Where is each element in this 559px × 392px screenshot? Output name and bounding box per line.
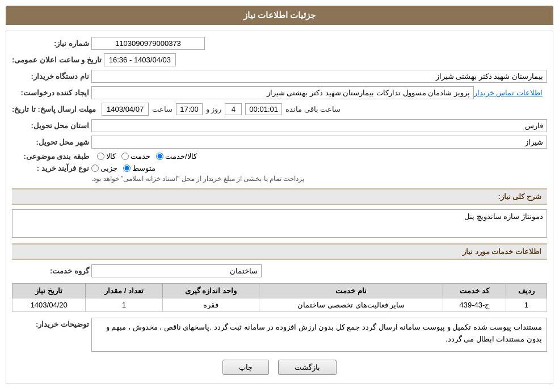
- shmare-niaz-row: شماره نیاز: 1103090979000373: [12, 37, 547, 50]
- motawaset-label: متوسط: [132, 164, 155, 172]
- announcement-value: 1403/04/03 - 16:36: [104, 53, 176, 66]
- shahr-row: شهر محل تحویل: شیراز: [12, 136, 547, 149]
- kala-khedmat-radio-label: کالا/خدمت: [165, 152, 197, 161]
- mohlat-label: مهلت ارسال پاسخ: تا تاریخ:: [12, 105, 98, 113]
- grohe-khadamat-value: ساختمان: [91, 264, 262, 277]
- shmare-niaz-label: شماره نیاز:: [12, 39, 91, 48]
- cell-kod: ج-43-439: [443, 298, 506, 312]
- radio-kala[interactable]: کالا: [97, 152, 116, 161]
- noe-farayand-content: جزیی متوسط پرداخت تمام یا بخشی از مبلغ خ…: [91, 164, 547, 183]
- khadamat-section-title: اطلاعات خدمات مورد نیاز: [463, 247, 541, 256]
- nam-dastgah-label: نام دستگاه خریدار:: [12, 72, 91, 81]
- ostan-value: فارس: [91, 119, 547, 132]
- nam-dastgah-value: بیمارستان شهید دکتر بهشتی شیراز: [91, 70, 547, 83]
- khadamat-section-header: اطلاعات خدمات مورد نیاز: [12, 243, 547, 260]
- radio-motawaset[interactable]: متوسط: [123, 164, 155, 172]
- saat-label: ساعت: [152, 105, 173, 113]
- sharh-row: دمونتاژ سازه ساندویچ پنل: [12, 209, 547, 238]
- radio-khedmat[interactable]: خدمت: [121, 152, 150, 161]
- noe-farayand-label: نوع فرآیند خرید :: [12, 164, 91, 172]
- col-vahed: واحد اندازه گیری: [162, 284, 259, 298]
- mande-value: 00:01:01: [245, 103, 282, 115]
- tawzihat-label: توضیحات خریدار:: [12, 320, 91, 328]
- jozei-label: جزیی: [100, 164, 117, 172]
- motawaset-radio-input[interactable]: [123, 165, 131, 172]
- table-row: 1ج-43-439سایر فعالیت‌های تخصصی ساختمانفق…: [12, 298, 547, 312]
- farayand-desc: پرداخت تمام یا بخشی از مبلغ خریدار از مح…: [91, 175, 547, 183]
- jozei-radio-input[interactable]: [91, 165, 99, 172]
- noe-farayand-row: نوع فرآیند خرید : جزیی متوسط پرداخت تمام…: [12, 164, 547, 183]
- shahr-label: شهر محل تحویل:: [12, 138, 91, 146]
- ijad-konande-label: ایجاد کننده درخواست:: [12, 88, 91, 97]
- tarikh-value: 1403/04/07: [102, 103, 149, 116]
- sharh-label: شرح کلی نیاز:: [498, 192, 541, 201]
- khedmat-radio-label: خدمت: [131, 152, 150, 161]
- mohlat-row: مهلت ارسال پاسخ: تا تاریخ: 1403/04/07 سا…: [12, 103, 547, 116]
- nam-dastgah-row: نام دستگاه خریدار: بیمارستان شهید دکتر ب…: [12, 70, 547, 83]
- chap-button[interactable]: چاپ: [222, 360, 269, 375]
- kala-radio-input[interactable]: [97, 153, 104, 160]
- sharh-value: دمونتاژ سازه ساندویچ پنل: [12, 209, 547, 238]
- shmare-niaz-value: 1103090979000373: [91, 37, 205, 50]
- rooz-label: روز و: [206, 105, 222, 113]
- bazgasht-button[interactable]: بازگشت: [278, 360, 337, 375]
- cell-name: سایر فعالیت‌های تخصصی ساختمان: [259, 298, 443, 312]
- kala-khedmat-radio-input[interactable]: [156, 153, 163, 160]
- khadamat-table: ردیف کد خدمت نام خدمت واحد اندازه گیری ت…: [12, 283, 547, 312]
- main-content: شماره نیاز: 1103090979000373 تاریخ و ساع…: [6, 31, 553, 383]
- col-kod: کد خدمت: [443, 284, 506, 298]
- btn-row: بازگشت چاپ: [12, 360, 547, 375]
- col-tarikh: تاریخ نیاز: [12, 284, 86, 298]
- header-title: جزئیات اطلاعات نیاز: [243, 10, 316, 20]
- cell-tedad: 1: [86, 298, 162, 312]
- rooz-value: 4: [225, 103, 242, 115]
- etelaat-tamas-link[interactable]: اطلاعات تماس خریدار: [474, 88, 543, 97]
- table-header-row: ردیف کد خدمت نام خدمت واحد اندازه گیری ت…: [12, 284, 547, 298]
- tabaqe-row: طبقه بندی موضوعی: کالا خدمت کالا/خدمت: [12, 152, 547, 161]
- announcement-row: تاریخ و ساعت اعلان عمومی: 1403/04/03 - 1…: [12, 53, 547, 66]
- noe-farayand-radios: جزیی متوسط: [91, 164, 547, 172]
- cell-vahed: فقره: [162, 298, 259, 312]
- ijad-konande-value: پرویز شادمان مسوول تدارکات بیمارستان شهی…: [91, 86, 474, 99]
- ostan-label: استان محل تحویل:: [12, 121, 91, 130]
- shahr-value: شیراز: [91, 136, 547, 149]
- announcement-label: تاریخ و ساعت اعلان عمومی:: [12, 56, 104, 64]
- grohe-khadamat-label: گروه خدمت:: [12, 267, 91, 275]
- page-wrapper: جزئیات اطلاعات نیاز شماره نیاز: 11030909…: [0, 0, 559, 392]
- tawzihat-row: توضیحات خریدار: مستندات پیوست شده تکمیل …: [12, 318, 547, 352]
- cell-tarikh: 1403/04/20: [12, 298, 86, 312]
- ijad-konande-row: ایجاد کننده درخواست: پرویز شادمان مسوول …: [12, 86, 547, 99]
- tawzihat-value: مستندات پیوست شده تکمیل و پیوست سامانه ا…: [91, 318, 547, 352]
- col-radif: ردیف: [506, 284, 547, 298]
- grohe-khadamat-row: گروه خدمت: ساختمان: [12, 264, 547, 277]
- kala-radio-label: کالا: [106, 152, 116, 161]
- mande-label: ساعت باقی مانده: [285, 105, 341, 113]
- radio-kala-khedmat[interactable]: کالا/خدمت: [156, 152, 197, 161]
- khedmat-radio-input[interactable]: [121, 153, 129, 160]
- page-header: جزئیات اطلاعات نیاز: [6, 6, 553, 25]
- cell-radif: 1: [506, 298, 547, 312]
- radio-jozei[interactable]: جزیی: [91, 164, 117, 172]
- tabaqe-label: طبقه بندی موضوعی:: [12, 152, 91, 161]
- ostan-row: استان محل تحویل: فارس: [12, 119, 547, 132]
- col-name: نام خدمت: [259, 284, 443, 298]
- saat-value: 17:00: [176, 103, 203, 115]
- sharh-section-header: شرح کلی نیاز:: [12, 188, 547, 205]
- farayand-desc-text: پرداخت تمام یا بخشی از مبلغ خریدار از مح…: [91, 175, 304, 183]
- col-tedad: تعداد / مقدار: [86, 284, 162, 298]
